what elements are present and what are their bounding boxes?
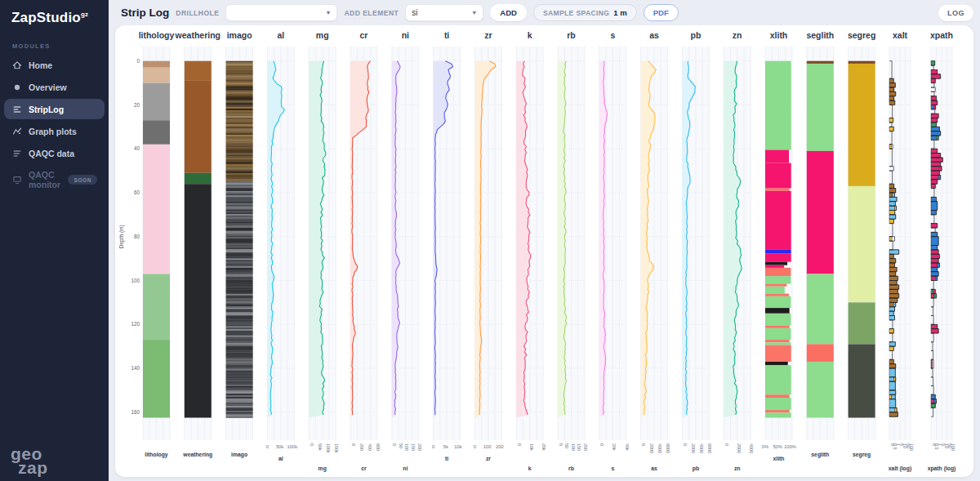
svg-text:120: 120 — [131, 321, 140, 327]
svg-text:0: 0 — [392, 443, 397, 446]
svg-text:40k: 40k — [625, 443, 630, 451]
sidebar-item-qaqc-data[interactable]: QAQC data — [4, 143, 105, 163]
svg-text:imago: imago — [227, 30, 252, 40]
sample-spacing-control[interactable]: SAMPLE SPACING 1 m — [533, 4, 637, 21]
svg-text:20: 20 — [134, 102, 140, 108]
app-logo-sup: gz — [81, 11, 88, 18]
svg-text:mg: mg — [318, 465, 327, 472]
graph-plots-icon — [11, 126, 22, 136]
svg-text:zn: zn — [734, 465, 741, 471]
sidebar-item-label: Overview — [29, 82, 67, 92]
drillhole-select[interactable]: ▼ — [225, 4, 337, 21]
sidebar-item-label: QAQC data — [29, 149, 74, 158]
svg-text:150k: 150k — [334, 443, 339, 453]
overview-icon — [11, 82, 22, 92]
svg-text:100: 100 — [909, 443, 914, 451]
svg-text:20k: 20k — [541, 443, 546, 451]
svg-text:80: 80 — [134, 234, 140, 239]
svg-text:pb: pb — [693, 465, 699, 472]
svg-text:400: 400 — [368, 443, 372, 451]
svg-text:ni: ni — [403, 465, 408, 471]
svg-text:4000: 4000 — [657, 443, 662, 453]
sidebar-item-home[interactable]: Home — [4, 55, 105, 75]
sidebar-item-label: Home — [29, 60, 52, 70]
svg-text:0: 0 — [683, 443, 688, 446]
svg-text:s: s — [610, 30, 615, 40]
svg-text:ti: ti — [444, 30, 449, 40]
svg-text:Depth (m): Depth (m) — [118, 225, 125, 248]
svg-text:6000: 6000 — [666, 443, 670, 453]
app-logo: ZapStudiogz — [0, 0, 109, 34]
svg-text:0: 0 — [724, 443, 729, 446]
svg-text:6000: 6000 — [707, 443, 712, 453]
svg-text:xpath: xpath — [930, 30, 953, 40]
sidebar-item-striplog[interactable]: StripLog — [4, 99, 105, 119]
svg-text:seglith: seglith — [811, 452, 829, 458]
svg-text:xlith: xlith — [770, 30, 788, 40]
svg-text:200: 200 — [583, 443, 588, 451]
svg-text:al: al — [278, 456, 283, 461]
svg-text:0: 0 — [310, 443, 314, 446]
svg-text:weathering: weathering — [182, 452, 212, 458]
add-element-label: ADD ELEMENT — [344, 9, 399, 17]
pdf-button[interactable]: PDF — [644, 4, 679, 21]
svg-text:100: 100 — [131, 278, 140, 283]
svg-text:seglith: seglith — [806, 30, 834, 40]
svg-text:4000: 4000 — [749, 443, 754, 453]
svg-text:200: 200 — [359, 443, 364, 451]
svg-text:150: 150 — [577, 443, 581, 451]
svg-text:ti: ti — [445, 456, 448, 461]
add-button[interactable]: ADD — [490, 4, 527, 21]
page-title: Strip Log — [121, 7, 169, 19]
svg-text:600: 600 — [376, 443, 381, 451]
svg-text:al: al — [278, 30, 285, 40]
svg-text:100: 100 — [951, 443, 956, 451]
chevron-down-icon: ▼ — [325, 10, 331, 16]
svg-text:50k: 50k — [276, 444, 283, 449]
svg-text:0: 0 — [599, 443, 604, 446]
svg-text:segreg: segreg — [853, 452, 871, 458]
log-button[interactable]: LOG — [938, 5, 973, 21]
svg-text:xalt (log): xalt (log) — [889, 465, 911, 472]
svg-text:xlith: xlith — [773, 456, 785, 461]
svg-text:0%: 0% — [762, 444, 768, 449]
home-icon — [11, 60, 22, 70]
svg-text:160: 160 — [131, 409, 140, 415]
svg-text:100k: 100k — [326, 443, 331, 453]
svg-text:rb: rb — [568, 465, 574, 471]
svg-text:4000: 4000 — [699, 443, 704, 453]
sidebar-item-qaqc-monitor[interactable]: QAQC monitor SOON — [4, 165, 105, 194]
svg-text:lithology: lithology — [139, 30, 175, 40]
svg-text:cr: cr — [360, 30, 368, 40]
svg-text:20k: 20k — [612, 443, 617, 451]
modules-section-label: MODULES — [0, 34, 109, 53]
sidebar-item-graph-plots[interactable]: Graph plots — [4, 121, 105, 141]
svg-text:150: 150 — [411, 443, 416, 451]
svg-text:100: 100 — [571, 443, 576, 451]
sidebar-item-label: Graph plots — [29, 127, 77, 136]
svg-text:50k: 50k — [318, 443, 323, 451]
svg-text:50: 50 — [399, 443, 403, 448]
element-select[interactable]: si ▼ — [405, 4, 483, 21]
sidebar-item-label: QAQC monitor — [29, 170, 61, 189]
svg-text:100k: 100k — [287, 444, 297, 449]
svg-text:10k: 10k — [529, 443, 534, 451]
sample-spacing-value: 1 m — [613, 8, 626, 17]
svg-text:imago: imago — [231, 452, 247, 458]
svg-text:50: 50 — [564, 443, 569, 448]
svg-text:0: 0 — [641, 443, 646, 446]
svg-text:0: 0 — [432, 444, 434, 449]
soon-badge: SOON — [68, 175, 97, 185]
svg-text:0: 0 — [474, 444, 476, 449]
striplog-card: 020406080100120140160Depth (m)lithologyl… — [115, 25, 973, 477]
sidebar-item-overview[interactable]: Overview — [4, 77, 105, 97]
svg-text:ni: ni — [402, 30, 409, 40]
svg-text:2000: 2000 — [649, 443, 654, 453]
sample-spacing-label: SAMPLE SPACING — [543, 9, 609, 17]
svg-text:60: 60 — [134, 189, 140, 195]
striplog-icon — [11, 104, 22, 114]
svg-text:100%: 100% — [784, 444, 796, 449]
svg-text:zn: zn — [733, 30, 742, 40]
qaqc-monitor-icon — [11, 175, 22, 185]
svg-text:s: s — [611, 465, 614, 471]
